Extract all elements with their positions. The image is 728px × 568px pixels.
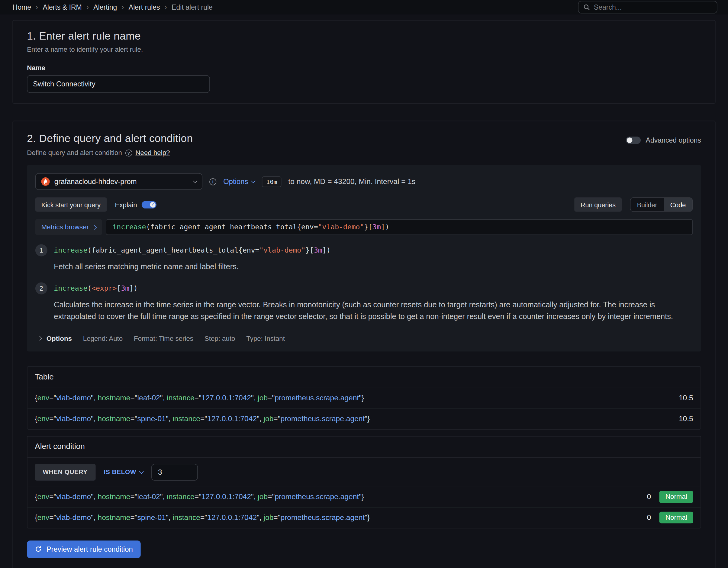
search-input[interactable]	[594, 3, 712, 11]
series-value: 10.5	[679, 394, 693, 402]
info-icon: i	[209, 178, 216, 185]
top-bar: Home › Alerts & IRM › Alerting › Alert r…	[0, 0, 728, 15]
series-labels: {env="vlab-demo", hostname="leaf-02", in…	[35, 394, 364, 402]
chevron-right-icon	[92, 225, 97, 229]
chevron-right-icon	[37, 336, 42, 340]
breadcrumb-item-alerting[interactable]: Alerting	[93, 3, 117, 11]
toggle-knob: ✓	[150, 202, 156, 207]
explain-description-2: Calculates the increase in the time seri…	[54, 299, 693, 323]
breadcrumb: Home › Alerts & IRM › Alerting › Alert r…	[12, 3, 212, 11]
explain-step-2: 2 increase(<expr>[3m]) Calculates the in…	[35, 282, 693, 323]
query-toolbar: Kick start your query Explain ✓ Run quer…	[35, 197, 693, 212]
name-label: Name	[27, 64, 701, 72]
step2-card: 2. Define query and alert condition Adva…	[12, 121, 715, 568]
step-option: Step: auto	[205, 335, 235, 342]
alert-result-row: {env="vlab-demo", hostname="leaf-02", in…	[27, 487, 701, 508]
operator-label: IS BELOW	[104, 469, 137, 476]
chevron-down-icon	[193, 179, 198, 183]
metrics-browser-button[interactable]: Metrics browser	[35, 219, 102, 235]
question-circle-icon: ?	[125, 149, 132, 156]
datasource-name: grafanacloud-hhdev-prom	[54, 177, 189, 186]
breadcrumb-item-alerts-irm[interactable]: Alerts & IRM	[43, 3, 82, 11]
datasource-row: grafanacloud-hhdev-prom i Options 10m to…	[35, 173, 693, 190]
breadcrumb-item-home[interactable]: Home	[12, 3, 31, 11]
step2-subtitle-row: Define query and alert condition ? Need …	[27, 149, 701, 157]
explain-code-2: increase(<expr>[3m])	[54, 282, 693, 294]
alert-name-input[interactable]	[27, 75, 210, 93]
series-value: 0	[647, 493, 651, 501]
query-editor-panel: grafanacloud-hhdev-prom i Options 10m to…	[27, 165, 701, 351]
explain-label: Explain	[115, 201, 137, 208]
datasource-picker[interactable]: grafanacloud-hhdev-prom	[35, 173, 202, 190]
chevron-down-icon	[139, 469, 144, 474]
chevron-down-icon	[251, 179, 256, 183]
explain-code-1: increase(fabric_agent_agent_heartbeats_t…	[54, 244, 330, 256]
threshold-input[interactable]	[152, 464, 198, 480]
advanced-options-toggle[interactable]	[626, 136, 640, 144]
step1-subtitle: Enter a name to identify your alert rule…	[27, 46, 701, 53]
table-panel-title: Table	[27, 367, 701, 388]
preview-alert-rule-button[interactable]: Preview alert rule condition	[27, 541, 141, 558]
explain-step-1: 1 increase(fabric_agent_agent_heartbeats…	[35, 244, 693, 273]
breadcrumb-separator: ›	[86, 3, 89, 11]
step2-title: 2. Define query and alert condition	[27, 132, 193, 145]
table-row: {env="vlab-demo", hostname="spine-01", i…	[27, 408, 701, 429]
search-icon	[583, 4, 590, 11]
refresh-icon	[35, 546, 42, 553]
series-value: 10.5	[679, 415, 693, 423]
when-query-chip: WHEN QUERY	[35, 464, 95, 480]
table-results-panel: Table {env="vlab-demo", hostname="leaf-0…	[27, 366, 701, 429]
query-row: Metrics browser increase(fabric_agent_ag…	[35, 219, 693, 235]
table-row: {env="vlab-demo", hostname="leaf-02", in…	[27, 388, 701, 408]
need-help-link[interactable]: Need help?	[135, 149, 170, 157]
main-content: 1. Enter alert rule name Enter a name to…	[0, 20, 728, 568]
builder-code-toggle: Builder Code	[630, 197, 693, 212]
step2-subtitle: Define query and alert condition	[27, 149, 122, 157]
options-expander-label: Options	[47, 335, 72, 342]
state-badge: Normal	[659, 491, 693, 503]
alert-condition-panel: Alert condition WHEN QUERY IS BELOW {env…	[27, 436, 701, 528]
prometheus-icon	[41, 177, 50, 186]
run-queries-button[interactable]: Run queries	[575, 197, 622, 212]
tab-code[interactable]: Code	[664, 198, 692, 211]
time-range-badge: 10m	[262, 176, 282, 187]
step-number-badge: 2	[35, 282, 47, 294]
toggle-knob	[627, 137, 632, 143]
options-expander[interactable]: Options	[38, 335, 72, 342]
series-labels: {env="vlab-demo", hostname="spine-01", i…	[35, 513, 370, 522]
operator-select[interactable]: IS BELOW	[102, 469, 145, 476]
breadcrumb-separator: ›	[122, 3, 124, 11]
grafana-alert-rule-editor: Home › Alerts & IRM › Alerting › Alert r…	[0, 0, 728, 568]
metrics-browser-label: Metrics browser	[41, 223, 89, 231]
query-expression-input[interactable]: increase(fabric_agent_agent_heartbeats_t…	[106, 219, 693, 235]
series-value: 0	[647, 513, 651, 522]
query-options-label: Options	[223, 177, 248, 186]
series-labels: {env="vlab-demo", hostname="leaf-02", in…	[35, 493, 364, 501]
explain-toggle[interactable]: ✓	[142, 201, 156, 208]
step1-card: 1. Enter alert rule name Enter a name to…	[12, 20, 715, 104]
advanced-options: Advanced options	[626, 136, 701, 144]
breadcrumb-separator: ›	[165, 3, 167, 11]
alert-condition-title: Alert condition	[27, 436, 701, 458]
preview-alert-rule-label: Preview alert rule condition	[47, 545, 133, 553]
step-number-badge: 1	[35, 244, 47, 256]
breadcrumb-item-alert-rules[interactable]: Alert rules	[129, 3, 160, 11]
time-range-text: to now, MD = 43200, Min. Interval = 1s	[288, 177, 415, 186]
tab-builder[interactable]: Builder	[630, 198, 664, 211]
explain-control: Explain ✓	[115, 201, 157, 208]
explain-description-1: Fetch all series matching metric name an…	[54, 261, 330, 273]
alert-result-row: {env="vlab-demo", hostname="spine-01", i…	[27, 507, 701, 528]
query-options-link[interactable]: Options	[223, 177, 255, 186]
kick-start-query-button[interactable]: Kick start your query	[35, 197, 107, 212]
query-options-row: Options Legend: Auto Format: Time series…	[35, 327, 693, 350]
breadcrumb-item-edit-alert-rule: Edit alert rule	[172, 3, 213, 11]
type-option: Type: Instant	[246, 335, 285, 342]
search-box[interactable]	[578, 1, 717, 13]
format-option: Format: Time series	[134, 335, 193, 342]
condition-row: WHEN QUERY IS BELOW	[27, 458, 701, 487]
state-badge: Normal	[659, 512, 693, 524]
legend-option: Legend: Auto	[83, 335, 123, 342]
advanced-options-label: Advanced options	[646, 136, 701, 144]
series-labels: {env="vlab-demo", hostname="spine-01", i…	[35, 415, 370, 423]
breadcrumb-separator: ›	[36, 3, 38, 11]
